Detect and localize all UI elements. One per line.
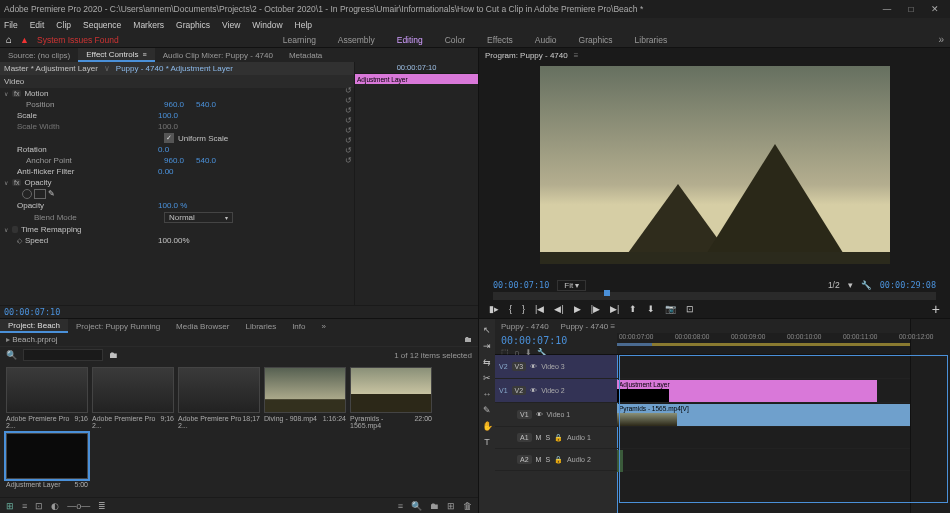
menu-graphics[interactable]: Graphics <box>176 20 210 30</box>
tabs-overflow[interactable]: » <box>313 319 333 333</box>
menu-file[interactable]: File <box>4 20 18 30</box>
workspace-libraries[interactable]: Libraries <box>635 35 668 45</box>
menu-edit[interactable]: Edit <box>30 20 45 30</box>
project-item[interactable]: Adobe Premiere Pro 2...18;17 <box>178 367 260 429</box>
settings-icon[interactable]: ▾ <box>848 280 853 290</box>
mark-in-icon[interactable]: ▮▸ <box>489 304 499 314</box>
wrench-icon[interactable]: 🔧 <box>861 280 872 290</box>
anchor-x[interactable]: 960.0 <box>164 156 184 165</box>
program-scrubber[interactable] <box>493 292 936 300</box>
project-item[interactable]: Adjustment Layer5:00 <box>6 433 88 488</box>
slip-tool-icon[interactable]: ↔ <box>483 389 492 399</box>
eye-icon[interactable]: 👁 <box>530 363 537 370</box>
scale-value[interactable]: 100.0 <box>158 111 178 120</box>
project-item[interactable]: Adobe Premiere Pro 2...9;16 <box>92 367 174 429</box>
clip-video[interactable]: Pyramids - 1565.mp4[V] <box>617 404 910 426</box>
sequence-tab[interactable]: Puppy - 4740 <box>501 322 549 331</box>
flicker-value[interactable]: 0.00 <box>158 167 174 176</box>
menu-markers[interactable]: Markers <box>133 20 164 30</box>
panel-tab[interactable]: Libraries <box>237 319 284 333</box>
workspace-editing[interactable]: Editing <box>397 35 423 45</box>
track-v3-label[interactable]: V3 <box>512 362 527 371</box>
mark-out-icon[interactable]: { <box>509 304 512 314</box>
panel-tab[interactable]: Metadata <box>281 48 330 62</box>
maximize-button[interactable]: □ <box>906 4 916 14</box>
selection-tool-icon[interactable]: ↖ <box>483 325 491 335</box>
time-remap-group[interactable]: Time Remapping <box>21 225 82 234</box>
eye-icon[interactable]: 👁 <box>536 411 543 418</box>
filter-icon[interactable]: 🖿 <box>464 335 472 344</box>
list-view-icon[interactable]: ⊞ <box>6 501 14 511</box>
minimize-button[interactable]: — <box>882 4 892 14</box>
clip-audio[interactable] <box>617 450 623 472</box>
pen-tool-icon[interactable]: ✎ <box>483 405 491 415</box>
mask-rect-icon[interactable] <box>34 189 46 199</box>
new-bin-icon[interactable]: 🖿 <box>109 350 118 360</box>
workspace-learning[interactable]: Learning <box>283 35 316 45</box>
effect-tc[interactable]: 00:00:07:10 <box>4 307 60 317</box>
mini-clip-bar[interactable]: Adjustment Layer <box>355 74 478 84</box>
step-back-icon[interactable]: ◀| <box>554 304 563 314</box>
workspace-graphics[interactable]: Graphics <box>579 35 613 45</box>
workspace-assembly[interactable]: Assembly <box>338 35 375 45</box>
track-a2-label[interactable]: A2 <box>517 455 532 464</box>
mask-pen-icon[interactable]: ✎ <box>48 189 58 199</box>
icon-view-icon[interactable]: ≡ <box>22 501 27 511</box>
step-fwd-icon[interactable]: |▶ <box>591 304 600 314</box>
type-tool-icon[interactable]: T <box>484 437 490 447</box>
project-item[interactable]: Adobe Premiere Pro 2...9;16 <box>6 367 88 429</box>
menu-clip[interactable]: Clip <box>56 20 71 30</box>
speed-value[interactable]: 100.00% <box>158 236 190 245</box>
panel-tab[interactable]: Source: (no clips) <box>0 48 78 62</box>
home-icon[interactable]: ⌂ <box>6 34 12 45</box>
position-y[interactable]: 540.0 <box>196 100 216 109</box>
position-x[interactable]: 960.0 <box>164 100 184 109</box>
clip-name[interactable]: Puppy - 4740 * Adjustment Layer <box>116 64 233 73</box>
project-item[interactable]: Pyramids - 1565.mp422:00 <box>350 367 432 429</box>
go-start-icon[interactable]: |◀ <box>535 304 544 314</box>
track-v2-label[interactable]: V2 <box>512 386 527 395</box>
close-button[interactable]: ✕ <box>930 4 940 14</box>
program-monitor[interactable] <box>540 66 890 264</box>
button-editor[interactable]: + <box>932 301 940 317</box>
razor-tool-icon[interactable]: ✂ <box>483 373 491 383</box>
menu-sequence[interactable]: Sequence <box>83 20 121 30</box>
panel-tab[interactable]: Project: Beach <box>0 319 68 333</box>
sequence-tab-active[interactable]: Puppy - 4740 ≡ <box>561 322 615 331</box>
program-tab[interactable]: Program: Puppy - 4740 <box>485 51 568 60</box>
motion-group[interactable]: Motion <box>24 89 48 98</box>
track-select-icon[interactable]: ⇥ <box>483 341 491 351</box>
program-tc-left[interactable]: 00:00:07:10 <box>493 280 549 290</box>
alert-text[interactable]: System Issues Found <box>37 35 119 45</box>
workspace-color[interactable]: Color <box>445 35 465 45</box>
menu-window[interactable]: Window <box>252 20 282 30</box>
blend-mode-select[interactable]: Normal▾ <box>164 212 233 223</box>
opacity-value[interactable]: 100.0 % <box>158 201 187 210</box>
project-item[interactable]: Diving - 908.mp41:16:24 <box>264 367 346 429</box>
workspace-overflow[interactable]: » <box>938 34 944 45</box>
bin-path[interactable]: ▸ Beach.prproj <box>6 335 58 344</box>
hand-tool-icon[interactable]: ✋ <box>482 421 493 431</box>
reset-icon[interactable]: ↺ <box>345 86 352 95</box>
uniform-scale-checkbox[interactable]: ✓ <box>164 133 174 143</box>
track-v1-label[interactable]: V1 <box>517 410 532 419</box>
search-icon[interactable]: 🔍 <box>6 350 17 360</box>
panel-tab[interactable]: Effect Controls≡ <box>78 48 154 62</box>
play-icon[interactable]: ▶ <box>574 304 581 314</box>
anchor-y[interactable]: 540.0 <box>196 156 216 165</box>
trash-icon[interactable]: 🗑 <box>463 501 472 511</box>
track-a1-label[interactable]: A1 <box>517 433 532 442</box>
lift-icon[interactable]: ⬆ <box>629 304 637 314</box>
menu-help[interactable]: Help <box>295 20 312 30</box>
workspace-audio[interactable]: Audio <box>535 35 557 45</box>
search-input[interactable] <box>23 349 103 361</box>
opacity-group[interactable]: Opacity <box>24 178 51 187</box>
menu-view[interactable]: View <box>222 20 240 30</box>
new-item-icon[interactable]: 🔍 <box>411 501 422 511</box>
rotation-value[interactable]: 0.0 <box>158 145 169 154</box>
workspace-effects[interactable]: Effects <box>487 35 513 45</box>
panel-tab[interactable]: Project: Puppy Running <box>68 319 168 333</box>
timeline-ruler[interactable]: 00:00:07:0000:00:08:0000:00:09:0000:00:1… <box>617 333 910 354</box>
export-frame-icon[interactable]: 📷 <box>665 304 676 314</box>
timeline-tc[interactable]: 00:00:07:10 <box>501 335 611 346</box>
